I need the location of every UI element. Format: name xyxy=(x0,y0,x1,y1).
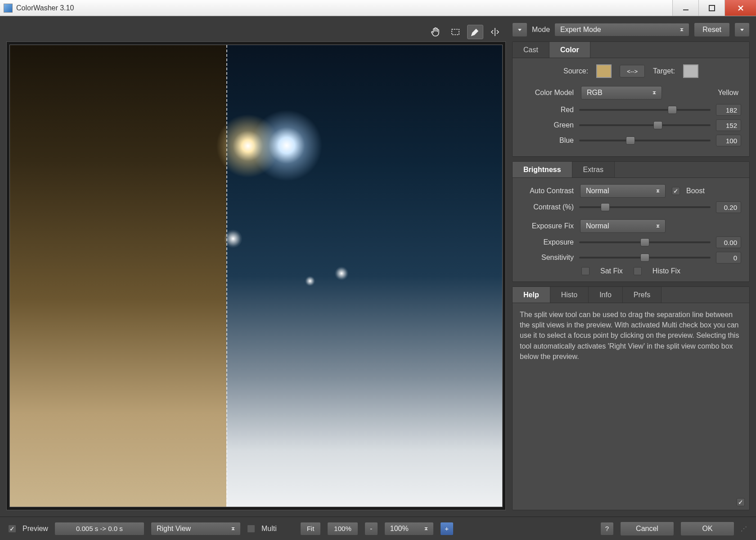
blue-value[interactable]: 100 xyxy=(716,135,741,146)
titlebar: ColorWasher 3.10 xyxy=(0,0,756,16)
color-panel: Cast Color Source: <--> Target: Color Mo… xyxy=(512,41,750,157)
source-label: Source: xyxy=(563,67,588,75)
contrast-slider-row: Contrast (%) 0.20 xyxy=(521,201,741,213)
help-pin-checkbox[interactable] xyxy=(737,498,745,506)
right-sidebar: Mode Expert Mode Reset Cast Color Source… xyxy=(512,23,750,510)
histo-fix-checkbox[interactable] xyxy=(634,267,642,275)
boost-label: Boost xyxy=(686,187,705,195)
mode-row: Mode Expert Mode Reset xyxy=(512,23,750,37)
tab-histo[interactable]: Histo xyxy=(550,287,589,303)
exposure-slider[interactable] xyxy=(579,238,711,246)
hue-name: Yellow xyxy=(669,89,741,97)
view-select[interactable]: Right View xyxy=(151,522,241,535)
color-model-select[interactable]: RGB xyxy=(581,86,662,100)
timing-display: 0.005 s -> 0.0 s xyxy=(54,522,144,535)
green-value[interactable]: 152 xyxy=(716,119,741,131)
split-view-icon[interactable] xyxy=(487,25,503,39)
exposure-fix-label: Exposure Fix xyxy=(521,222,574,230)
red-value[interactable]: 182 xyxy=(716,104,741,116)
tab-prefs[interactable]: Prefs xyxy=(623,287,662,303)
pan-hand-icon[interactable] xyxy=(428,25,444,39)
preview-checkbox[interactable] xyxy=(8,525,16,533)
zoom-select[interactable]: 100% xyxy=(384,522,434,535)
svg-rect-0 xyxy=(683,9,688,10)
multi-label: Multi xyxy=(261,525,277,533)
auto-contrast-label: Auto Contrast xyxy=(521,187,574,195)
split-handle[interactable] xyxy=(226,45,227,507)
reset-menu-button[interactable] xyxy=(734,23,750,37)
target-label: Target: xyxy=(653,67,675,75)
exposure-slider-row: Exposure 0.00 xyxy=(521,236,741,248)
tab-extras[interactable]: Extras xyxy=(572,162,615,177)
tab-help[interactable]: Help xyxy=(513,287,550,303)
content-area: Mode Expert Mode Reset Cast Color Source… xyxy=(0,16,756,517)
sat-fix-checkbox[interactable] xyxy=(581,267,590,275)
swap-button[interactable]: <--> xyxy=(620,65,645,77)
preview-toolbar xyxy=(6,23,506,41)
help-text: The split view tool can be used to drag … xyxy=(513,303,749,510)
red-slider-row: Red 182 xyxy=(521,104,741,116)
window-controls xyxy=(672,0,756,16)
preview-label: Preview xyxy=(22,525,48,533)
source-swatch[interactable] xyxy=(596,64,612,78)
resize-grip-icon[interactable]: ⋰ xyxy=(741,525,748,532)
left-pane xyxy=(6,23,506,510)
fit-button[interactable]: Fit xyxy=(300,522,321,535)
contrast-slider[interactable] xyxy=(579,203,711,211)
brightness-panel: Brightness Extras Auto Contrast Normal B… xyxy=(512,161,750,282)
boost-checkbox[interactable] xyxy=(672,187,680,195)
bottom-bar: Preview 0.005 s -> 0.0 s Right View Mult… xyxy=(0,517,756,540)
help-button[interactable]: ? xyxy=(600,522,614,535)
minimize-button[interactable] xyxy=(672,0,698,16)
mode-select[interactable]: Expert Mode xyxy=(554,23,689,36)
preview-area[interactable] xyxy=(6,41,506,510)
tab-info[interactable]: Info xyxy=(589,287,623,303)
svg-rect-2 xyxy=(452,29,459,35)
blue-slider[interactable] xyxy=(579,136,711,145)
presets-menu-button[interactable] xyxy=(512,23,527,37)
color-model-label: Color Model xyxy=(521,89,574,97)
zoom-in-button[interactable]: + xyxy=(440,522,454,535)
auto-contrast-select[interactable]: Normal xyxy=(580,184,666,198)
cancel-button[interactable]: Cancel xyxy=(620,522,674,536)
sensitivity-slider-row: Sensitivity 0 xyxy=(521,252,741,263)
maximize-button[interactable] xyxy=(698,0,724,16)
green-slider-row: Green 152 xyxy=(521,119,741,131)
sensitivity-slider[interactable] xyxy=(579,254,711,262)
mode-label: Mode xyxy=(532,26,550,34)
svg-rect-1 xyxy=(709,5,715,11)
target-swatch[interactable] xyxy=(683,64,698,78)
tab-brightness[interactable]: Brightness xyxy=(513,162,572,177)
multi-checkbox[interactable] xyxy=(247,525,255,533)
blue-slider-row: Blue 100 xyxy=(521,135,741,146)
help-panel: Help Histo Info Prefs The split view too… xyxy=(512,286,750,510)
preview-before xyxy=(10,45,226,507)
app-icon xyxy=(4,4,13,13)
exposure-fix-select[interactable]: Normal xyxy=(580,219,666,233)
tab-cast[interactable]: Cast xyxy=(513,42,549,58)
preview-image xyxy=(9,45,503,507)
ok-button[interactable]: OK xyxy=(680,522,734,536)
contrast-value[interactable]: 0.20 xyxy=(716,201,741,213)
window-title: ColorWasher 3.10 xyxy=(16,4,672,12)
reset-button[interactable]: Reset xyxy=(694,23,730,37)
sat-fix-label: Sat Fix xyxy=(600,267,623,275)
exposure-value[interactable]: 0.00 xyxy=(716,236,741,248)
tab-color[interactable]: Color xyxy=(549,42,590,58)
green-slider[interactable] xyxy=(579,121,711,129)
sensitivity-value[interactable]: 0 xyxy=(716,252,741,263)
eyedropper-icon[interactable] xyxy=(467,25,483,39)
preview-after xyxy=(226,45,502,507)
app-window: ColorWasher 3.10 xyxy=(0,0,756,540)
close-button[interactable] xyxy=(724,0,756,16)
zoom-left[interactable]: 100% xyxy=(327,522,358,535)
histo-fix-label: Histo Fix xyxy=(652,267,680,275)
zoom-out-button[interactable]: - xyxy=(364,522,378,535)
marquee-icon[interactable] xyxy=(447,25,464,39)
red-slider[interactable] xyxy=(579,106,711,114)
